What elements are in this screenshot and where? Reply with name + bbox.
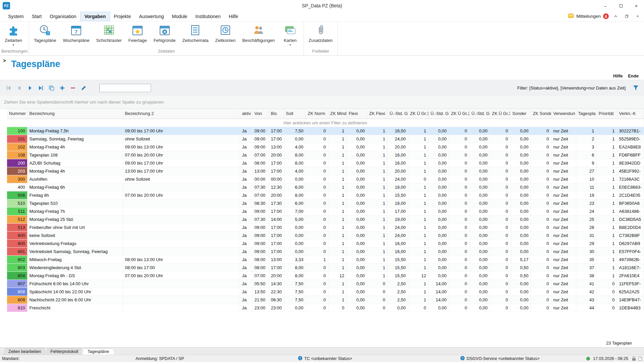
table-row[interactable]: 512Montag-Freitag 25 Std.Ja07:3014:005,0… xyxy=(7,215,644,223)
cell: 0,00 xyxy=(346,304,367,312)
tab-tagespl-ne[interactable]: Tagespläne xyxy=(82,348,115,355)
table-row[interactable]: 803Wiedereingliederung 4 Std.08:00 bis 1… xyxy=(7,263,644,272)
column-header-std-g-13[interactable]: Ü.-Std. G xyxy=(428,109,449,119)
cell: Ja xyxy=(240,191,252,199)
column-header-verkn-k-22[interactable]: Verkn.-K xyxy=(617,109,644,119)
close-child-icon[interactable]: × xyxy=(633,13,642,20)
cell: nur Zeit xyxy=(551,215,576,223)
column-header-von-4[interactable]: Von xyxy=(252,109,269,119)
tab-zeiten-bearbeiten[interactable]: Zeiten bearbeiten xyxy=(3,348,47,355)
tab-fehlerprotokoll[interactable]: Fehlerprotokoll xyxy=(45,348,84,355)
table-row[interactable]: 400Montag-Freitag 6hJa07:3012:306,00010,… xyxy=(7,183,644,191)
expand-panel-toggle[interactable]: > xyxy=(3,58,6,63)
table-row[interactable]: 810FreischichtJa23:0023:000,00000,0000,0… xyxy=(7,304,644,312)
ribbon-item-zeitkonten[interactable]: Zeitkonten xyxy=(212,24,239,44)
table-row[interactable]: 200AZUBI Schultag09:00 bis 17:00 UhrJa08… xyxy=(7,159,644,167)
ribbon-item-feiertage[interactable]: Feiertage xyxy=(125,24,150,44)
table-row[interactable]: 100Montag-Freitag 7,5h09:00 bis 17:00 Uh… xyxy=(7,127,644,135)
edit-record-icon[interactable] xyxy=(79,83,88,93)
column-header-nummer-0[interactable]: Nummer xyxy=(7,109,27,119)
last-record-icon[interactable] xyxy=(36,83,45,93)
column-header-zk-flexi-10[interactable]: ZK Flexi xyxy=(367,109,387,119)
end-link[interactable]: Ende xyxy=(628,73,639,78)
cell: 1 xyxy=(596,159,617,167)
table-row[interactable]: 802Mittwoch-Freitag08:00 bis 13:00 UhrJa… xyxy=(7,255,644,263)
column-header-tagespla-20[interactable]: Tagespla xyxy=(576,109,596,119)
table-row[interactable]: 800Vertriebsleitung FreitagsJa09:0017:00… xyxy=(7,239,644,247)
help-link[interactable]: Hilfe xyxy=(613,73,623,78)
quick-filter-input[interactable] xyxy=(99,84,151,92)
next-record-icon[interactable] xyxy=(25,83,35,93)
group-by-bar[interactable]: Ziehen Sie eine Spaltenüberschrift hierh… xyxy=(0,96,644,109)
column-header-zk-gr-3-16[interactable]: ZK Ü Gr.3 xyxy=(490,109,510,119)
menu-system[interactable]: System xyxy=(4,12,28,21)
ribbon-item-zeitschemata[interactable]: Zeitschemata xyxy=(179,24,212,44)
filter-funnel-icon[interactable] xyxy=(631,84,640,93)
column-header-bis-5[interactable]: Bis xyxy=(269,109,284,119)
notifications-label[interactable]: Mitteilungen xyxy=(576,14,601,19)
mail-icon[interactable] xyxy=(568,13,574,19)
column-header-std-g-11[interactable]: Ü.-Std. G xyxy=(387,109,408,119)
column-header-zk-minde-8[interactable]: ZK Minde xyxy=(328,109,346,119)
table-row[interactable]: 101Samstag, Sonntag, Feiertagohne Sollze… xyxy=(7,135,644,143)
column-header-zk-norm-7[interactable]: ZK Norm xyxy=(306,109,328,119)
cell: 0 xyxy=(531,127,551,135)
menu-organisation[interactable]: Organisation xyxy=(46,12,80,21)
previous-record-icon[interactable] xyxy=(15,83,24,93)
restore-child-icon[interactable] xyxy=(622,13,631,20)
table-row[interactable]: 600keine SollzeitJa09:0017:000,00010,001… xyxy=(7,231,644,239)
cell: 8E3942DD xyxy=(617,159,644,167)
menu-hilfe[interactable]: Hilfe xyxy=(225,12,242,21)
table-row[interactable]: 511Montag-Freitag 7hJa09:0017:007,00010,… xyxy=(7,207,644,215)
menu-auswertung[interactable]: Auswertung xyxy=(135,12,168,21)
ribbon-item-wochenpl-ne[interactable]: 7Wochenpläne xyxy=(60,24,93,44)
column-header-bezeichnung-1[interactable]: Bezeichnung xyxy=(27,109,123,119)
column-header-sonder-17[interactable]: Sonder xyxy=(510,109,531,119)
ribbon-item-besch-ftigungen[interactable]: Beschäftigungen xyxy=(239,24,278,44)
maximize-button[interactable] xyxy=(613,0,629,11)
menu-vorgaben[interactable]: Vorgaben xyxy=(80,12,110,21)
table-row[interactable]: 804Montag-Freitag 8h - DS07:00 bis 20:00… xyxy=(7,272,644,280)
menu-start[interactable]: Start xyxy=(28,12,46,21)
table-row[interactable]: 508Freitag 8h07:00 bis 20:00 UhrJa07:002… xyxy=(7,191,644,199)
cell: 0,00 xyxy=(428,272,449,280)
first-record-icon[interactable] xyxy=(4,83,13,93)
ribbon-item-zeitarten[interactable]: Zeitarten▾ xyxy=(1,24,25,47)
collapse-ribbon-icon[interactable] xyxy=(611,13,620,20)
column-header-zk-sonde-18[interactable]: ZK Sonde xyxy=(531,109,551,119)
table-row[interactable]: 203Montag-Freitag 4h13:00 bis 17:00 UhrJ… xyxy=(7,167,644,175)
delete-record-icon[interactable] xyxy=(68,83,77,93)
table-row[interactable]: 108Tagesplan 10807:00 bis 20:00 UhrJa07:… xyxy=(7,151,644,159)
table-row[interactable]: 510Tagesplan 510Ja08:3017:306,00010,0011… xyxy=(7,199,644,207)
table-row[interactable]: 102Montag-Freitag 4h09:00 bis 13:00 UhrJ… xyxy=(7,143,644,151)
ribbon-item-fehlgr-nde[interactable]: Fehlgründe xyxy=(150,24,179,44)
add-record-icon[interactable] xyxy=(58,83,67,93)
cell: 0 xyxy=(449,183,469,191)
filter-row[interactable]: Hier anklicken um einen Filter zu defini… xyxy=(7,119,644,127)
table-row[interactable]: 513Freiberufler ohne Soll mit UrlJa09:00… xyxy=(7,223,644,231)
table-row[interactable]: 808Spätschicht 14:00 bis 22:00 UhrJa13:5… xyxy=(7,288,644,296)
ribbon-item-schichtraster[interactable]: Schichtraster xyxy=(93,24,125,44)
column-header-flexi-9[interactable]: Flexi xyxy=(346,109,367,119)
menu-institutionen[interactable]: Institutionen xyxy=(191,12,225,21)
copy-record-icon[interactable] xyxy=(47,83,56,93)
column-header-zk-gr-2-14[interactable]: ZK Ü Gr.2 xyxy=(449,109,469,119)
ribbon-item-zusatzdaten[interactable]: Zusatzdaten xyxy=(305,24,336,44)
table-row[interactable]: 801Vertriebsleit Samstag, Sonntag, Feier… xyxy=(7,247,644,255)
table-row[interactable]: 809Nachtschicht 22:00 bis 6:00 UhrJa21:5… xyxy=(7,296,644,304)
column-header-priorit-t-21[interactable]: Priorität xyxy=(596,109,617,119)
minimize-button[interactable]: – xyxy=(598,0,613,11)
column-header-zk-gr-1-12[interactable]: ZK Ü Gr.1 xyxy=(408,109,428,119)
column-header-std-g-15[interactable]: Ü.-Std. G xyxy=(469,109,490,119)
menu-projekte[interactable]: Projekte xyxy=(110,12,135,21)
close-button[interactable]: × xyxy=(629,0,644,11)
menu-module[interactable]: Module xyxy=(168,12,191,21)
column-header-aktiv-3[interactable]: aktiv xyxy=(240,109,252,119)
ribbon-item-tagespl-ne[interactable]: 7Tagespläne xyxy=(31,24,60,44)
table-row[interactable]: 300Aushilfenohne SollzeitJa00:0000:000,0… xyxy=(7,175,644,183)
column-header-bezeichnung-2-2[interactable]: Bezeichnung 2 xyxy=(123,109,240,119)
ribbon-item-karten[interactable]: Karten▾ xyxy=(278,24,302,47)
column-header-soll-6[interactable]: Soll xyxy=(284,109,306,119)
column-header-verwendun-19[interactable]: Verwendun xyxy=(551,109,576,119)
table-row[interactable]: 807Frühschicht 6:00 bis 14:00 UhrJa05:50… xyxy=(7,280,644,288)
